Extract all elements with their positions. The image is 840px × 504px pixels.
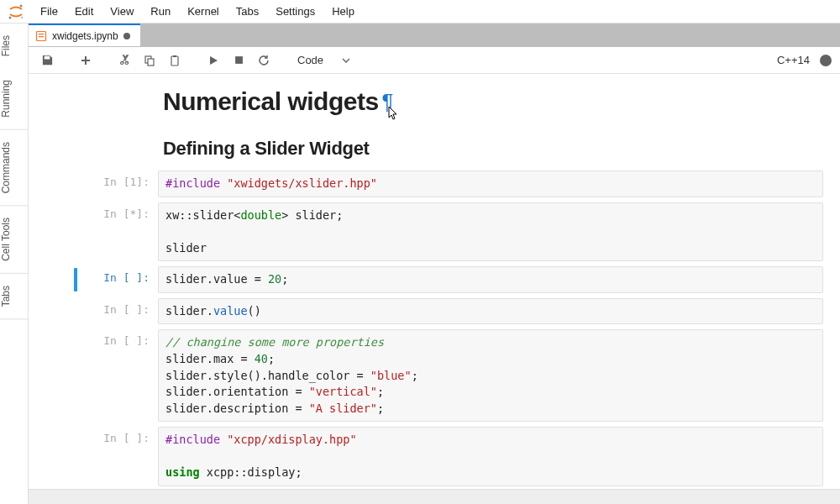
menu-kernel[interactable]: Kernel [179, 2, 228, 21]
input-prompt: In [1]: [79, 171, 158, 197]
sidebar-tab-tabs[interactable]: Tabs [0, 274, 28, 319]
markdown-cell-h1[interactable]: Numerical widgets ¶ Defining a Slider Wi… [29, 79, 840, 168]
paste-button[interactable] [165, 50, 185, 71]
notebook-toolbar: Code C++14 [29, 47, 840, 74]
menubar: File Edit View Run Kernel Tabs Settings … [0, 0, 840, 24]
menu-tabs[interactable]: Tabs [228, 2, 267, 21]
kernel-status-icon[interactable] [820, 55, 832, 66]
menu-help[interactable]: Help [323, 2, 363, 21]
insert-cell-button[interactable] [76, 50, 96, 71]
cursor-pointer-icon [388, 106, 400, 121]
document-tabbar: xwidgets.ipynb [29, 24, 840, 47]
code-input[interactable]: xw::slider<double> slider; slider [158, 202, 823, 262]
celltype-value: Code [297, 54, 323, 66]
input-prompt: In [*]: [79, 202, 158, 262]
h1-text: Numerical widgets [163, 87, 379, 116]
code-cell[interactable]: In [ ]:slider.value() [29, 296, 840, 328]
chevron-down-icon [342, 56, 350, 65]
stop-button[interactable] [228, 50, 249, 71]
celltype-select[interactable]: Code [292, 52, 355, 68]
input-prompt: In [ ]: [79, 266, 158, 293]
sidebar-tab-celltools[interactable]: Cell Tools [0, 206, 28, 274]
h2-text: Defining a Slider Widget [163, 138, 823, 160]
svg-rect-5 [39, 36, 44, 37]
code-input[interactable]: slider.value = 20; [158, 266, 823, 293]
restart-button[interactable] [254, 50, 274, 71]
code-input[interactable]: #include "xwidgets/xslider.hpp" [158, 171, 823, 197]
sidebar-tab-running[interactable]: Running [0, 68, 28, 130]
menu-edit[interactable]: Edit [66, 2, 102, 21]
active-cell-indicator [74, 268, 77, 291]
sidebar-tab-commands[interactable]: Commands [0, 130, 28, 206]
save-button[interactable] [37, 50, 57, 71]
statusbar [29, 489, 840, 504]
svg-rect-10 [235, 56, 243, 64]
code-cell[interactable]: In [*]:xw::slider<double> slider; slider [29, 200, 840, 265]
code-input[interactable]: slider.value() [158, 298, 823, 325]
input-prompt: In [ ]: [79, 329, 158, 422]
kernel-name[interactable]: C++14 [777, 54, 810, 66]
svg-rect-9 [173, 55, 176, 57]
notebook-icon [35, 30, 47, 42]
dirty-indicator-icon [123, 33, 130, 39]
left-sidebar: Files Running Commands Cell Tools Tabs [0, 24, 29, 504]
code-cell[interactable]: In [ ]:#include "xcpp/xdisplay.hpp" usin… [29, 424, 840, 489]
svg-point-1 [9, 16, 12, 18]
code-cell[interactable]: In [ ]:// changine some more properties … [29, 327, 840, 424]
code-cell[interactable]: In [1]:#include "xwidgets/xslider.hpp" [29, 168, 840, 200]
svg-point-0 [20, 4, 23, 7]
copy-button[interactable] [139, 50, 160, 71]
jupyter-logo-icon [7, 3, 25, 21]
svg-rect-7 [148, 59, 154, 66]
svg-rect-4 [39, 34, 44, 34]
menu-file[interactable]: File [32, 2, 66, 21]
menu-settings[interactable]: Settings [267, 2, 323, 21]
menu-view[interactable]: View [102, 2, 142, 21]
menu-run[interactable]: Run [142, 2, 179, 21]
svg-point-2 [21, 16, 23, 18]
code-cell[interactable]: In [ ]:slider.value = 20; [29, 264, 840, 296]
sidebar-tab-files[interactable]: Files [0, 24, 28, 68]
code-input[interactable]: #include "xcpp/xdisplay.hpp" using xcpp:… [158, 427, 823, 486]
tab-xwidgets[interactable]: xwidgets.ipynb [29, 24, 140, 46]
tab-label: xwidgets.ipynb [52, 30, 118, 42]
svg-rect-8 [171, 56, 178, 66]
input-prompt: In [ ]: [79, 427, 158, 486]
run-button[interactable] [203, 50, 223, 71]
cut-button[interactable] [114, 50, 134, 71]
input-prompt: In [ ]: [79, 298, 158, 325]
code-input[interactable]: // changine some more properties slider.… [158, 329, 823, 422]
notebook-area[interactable]: Numerical widgets ¶ Defining a Slider Wi… [29, 74, 840, 489]
